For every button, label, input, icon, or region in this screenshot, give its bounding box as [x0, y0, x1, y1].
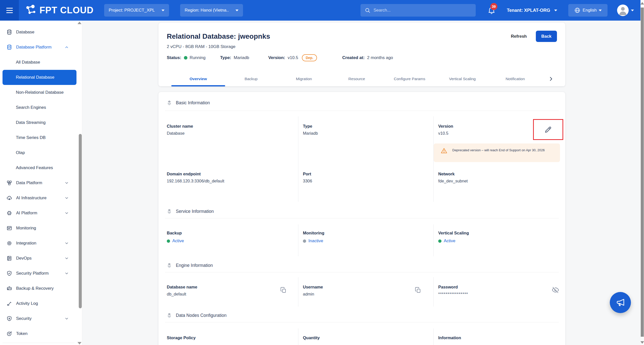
sidebar-scroll-up-arrow[interactable] — [77, 22, 82, 24]
region-selector[interactable]: Region: Hanoi (Vietna... — [180, 4, 243, 17]
chevron-up-icon — [64, 45, 69, 50]
sidebar-item-token[interactable]: Token — [0, 326, 78, 341]
section-divider — [165, 218, 559, 218]
sidebar-item-non-relational-database[interactable]: Non-Relational Database — [0, 85, 78, 100]
chevron-down-icon — [64, 256, 69, 261]
announcements-fab[interactable] — [610, 292, 631, 313]
hamburger-menu-button[interactable] — [0, 0, 19, 21]
tab-configure-params[interactable]: Configure Params — [383, 71, 436, 86]
field-type: Type Mariadb — [298, 116, 433, 164]
fpt-logo-icon — [24, 4, 37, 17]
version-value: v10.5 — [288, 55, 298, 60]
sidebar-item-security-platform[interactable]: Security Platform — [0, 266, 78, 281]
scroll-down-arrow[interactable] — [640, 341, 644, 344]
shield-icon — [6, 316, 12, 322]
field-password: Password **************** — [433, 277, 559, 307]
main-content: Relational Database: jweopnks Refresh Ba… — [82, 21, 640, 345]
sidebar-item-relational-database[interactable]: Relational Database — [3, 70, 76, 85]
field-monitoring-service: Monitoring Inactive — [298, 224, 433, 256]
section-engine-information: Engine Information — [166, 262, 213, 269]
field-domain-endpoint: Domain endpoint 192.168.120.3:3306/db_de… — [165, 164, 298, 202]
sidebar-item-time-series-db[interactable]: Time Series DB — [0, 130, 78, 145]
warning-text: Deprecated version – will reach End of S… — [452, 147, 545, 153]
sidebar-scroll-down-arrow[interactable] — [77, 342, 82, 344]
deprecated-version-warning: Deprecated version – will reach End of S… — [434, 143, 560, 162]
tabs-overflow-button[interactable] — [547, 75, 555, 83]
page-header-card: Relational Database: jweopnks Refresh Ba… — [158, 23, 565, 86]
created-at-value: 2 months ago — [367, 55, 393, 60]
copy-icon — [415, 287, 421, 293]
sidebar-item-backup-recovery[interactable]: Backup & Recovery — [0, 281, 78, 296]
chevron-down-icon — [64, 316, 69, 321]
project-selector[interactable]: Project: PROJECT_XPL... — [104, 4, 169, 17]
sidebar-item-monitoring[interactable]: Monitoring — [0, 221, 78, 236]
shield-icon — [6, 270, 12, 276]
notifications-button[interactable]: 39 — [487, 6, 496, 15]
layers-icon — [166, 208, 173, 215]
project-selector-label: Project: PROJECT_XPL... — [109, 8, 155, 13]
sidebar-item-data-platform[interactable]: Data Platform — [0, 175, 78, 190]
sidebar-item-integration[interactable]: Integration — [0, 236, 78, 251]
tab-overview[interactable]: Overview — [172, 71, 225, 86]
copy-database-name-button[interactable] — [280, 287, 287, 293]
sidebar-item-label: Database — [16, 30, 34, 35]
chevron-right-icon — [548, 76, 554, 82]
chevron-down-icon — [631, 10, 634, 11]
sidebar-item-olap[interactable]: Olap — [0, 145, 78, 160]
section-service-information: Service Information — [166, 208, 214, 215]
brand-logo[interactable]: FPT CLOUD — [24, 4, 94, 17]
field-port: Port 3306 — [298, 164, 433, 202]
sidebar-item-database[interactable]: Database — [0, 25, 78, 40]
sidebar-item-ai-platform[interactable]: AI AI Platform — [0, 206, 78, 221]
sidebar-item-security[interactable]: Security — [0, 311, 78, 326]
tab-notification[interactable]: Notification — [489, 71, 542, 86]
tab-resource[interactable]: Resource — [330, 71, 383, 86]
layers-icon — [166, 262, 173, 269]
backup-status-link[interactable]: Active — [167, 238, 298, 243]
tab-backup[interactable]: Backup — [225, 71, 277, 86]
sidebar-item-all-database[interactable]: All Database — [0, 55, 78, 70]
chevron-down-icon — [64, 196, 69, 200]
tenant-label: Tenant: XPLAT-ORG — [507, 8, 550, 13]
data-nodes-grid: Storage Policy Quantity Information — [165, 328, 559, 345]
search-input[interactable] — [374, 8, 472, 13]
sidebar-item-advanced-features[interactable]: Advanced Features — [0, 160, 78, 175]
database-icon — [6, 44, 12, 50]
tab-migration[interactable]: Migration — [277, 71, 330, 86]
scroll-up-arrow[interactable] — [640, 2, 644, 5]
sidebar-item-data-streaming[interactable]: Data Streaming — [0, 115, 78, 130]
tab-vertical-scaling[interactable]: Vertical Scaling — [436, 71, 489, 86]
sidebar-item-label: Database Platform — [16, 45, 52, 50]
field-username: Username admin — [298, 277, 433, 307]
annotation-highlight-box — [533, 119, 563, 140]
layers-icon — [166, 312, 173, 319]
status-dot-green — [184, 56, 187, 60]
back-button[interactable]: Back — [536, 31, 557, 42]
tenant-selector[interactable]: Tenant: XPLAT-ORG — [507, 8, 557, 13]
avatar — [617, 5, 629, 16]
sidebar-item-database-platform[interactable]: Database Platform — [0, 40, 78, 55]
monitoring-status-link[interactable]: Inactive — [303, 238, 433, 243]
section-divider — [165, 272, 559, 272]
show-password-button[interactable] — [552, 286, 559, 294]
topbar-right: 39 Tenant: XPLAT-ORG English — [360, 4, 640, 17]
language-selector[interactable]: English — [568, 4, 608, 17]
field-cluster-name: Cluster name Database — [165, 116, 298, 164]
copy-username-button[interactable] — [415, 287, 421, 293]
sidebar-item-activity-log[interactable]: Activity Log — [0, 296, 78, 311]
refresh-button[interactable]: Refresh — [511, 34, 527, 39]
drive-icon — [6, 285, 12, 291]
sidebar-item-devops[interactable]: DevOps — [0, 251, 78, 266]
vertical-scaling-status-link[interactable]: Active — [438, 238, 559, 243]
status-dot-gray — [303, 239, 306, 243]
page-scrollbar-thumb[interactable] — [641, 8, 644, 337]
sidebar-scrollbar-thumb[interactable] — [79, 134, 82, 308]
token-icon — [6, 331, 12, 337]
sidebar-item-search-engines[interactable]: Search Engines — [0, 100, 78, 115]
status-label: Status: — [167, 55, 181, 60]
account-menu[interactable] — [617, 5, 634, 16]
sidebar-item-ai-infrastructure[interactable]: AI Infrastructure — [0, 190, 78, 206]
chevron-down-icon — [64, 271, 69, 276]
edit-version-button[interactable] — [544, 125, 552, 134]
field-quantity: Quantity — [298, 328, 433, 345]
